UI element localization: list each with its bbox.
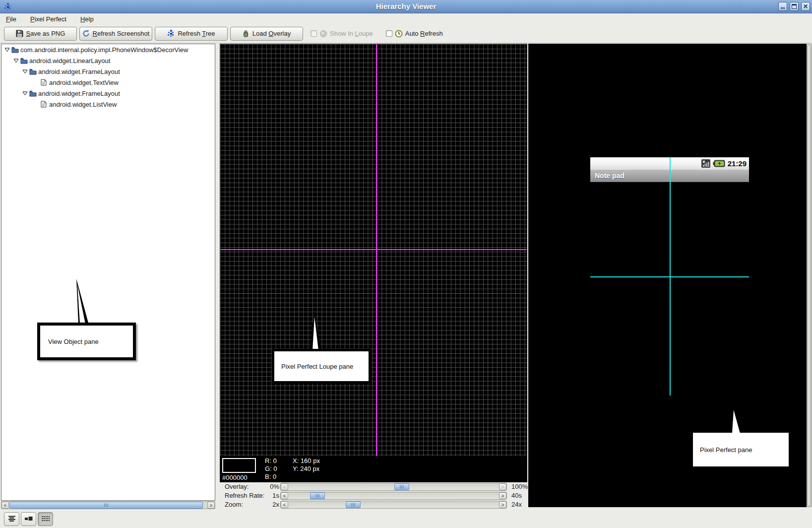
document-icon [39, 79, 48, 86]
scrollbar-thumb[interactable] [808, 45, 811, 506]
chevron-right-icon[interactable]: > [499, 483, 506, 490]
zoom-max: 24x [511, 501, 522, 509]
overlay-slider-row: Overlay: 0% < > 100% [220, 483, 530, 491]
color-swatch [222, 458, 256, 473]
refresh-rate-slider[interactable]: < > [280, 492, 507, 500]
expander-icon[interactable] [21, 91, 28, 96]
scrollbar-thumb[interactable] [9, 502, 203, 509]
chevron-left-icon[interactable]: < [281, 483, 288, 490]
blue-value: B: 0 [265, 473, 277, 481]
hierarchy-icon [167, 30, 175, 37]
maximize-button[interactable] [790, 2, 799, 11]
zoom-label: Zoom: [225, 501, 243, 509]
grid-mode-button[interactable] [38, 512, 53, 526]
two-blocks-icon [24, 516, 33, 523]
chevron-right-icon[interactable]: > [499, 492, 506, 499]
overlay-value: 0% [263, 483, 279, 491]
menu-file[interactable]: File [5, 14, 17, 24]
minimize-icon [781, 7, 785, 9]
expander-icon[interactable] [21, 69, 28, 74]
tree-item-label: android.widget.FrameLayout [37, 90, 120, 97]
chevron-right-icon[interactable]: > [499, 501, 506, 508]
save-as-png-button[interactable]: Save as PNG [4, 27, 77, 41]
loupe-callout: Pixel Perfect Loupe pane [272, 349, 371, 384]
menu-bar: File Pixel Perfect Help [0, 13, 812, 24]
tree-item-decorview[interactable]: com.android.internal.policy.impl.PhoneWi… [1, 44, 215, 55]
battery-icon [713, 160, 725, 167]
tree-item-framelayout-1[interactable]: android.widget.FrameLayout [1, 66, 215, 77]
document-icon [39, 101, 48, 108]
menu-pixel-perfect[interactable]: Pixel Perfect [29, 14, 67, 24]
tree-item-label: android.widget.LinearLayout [28, 57, 110, 65]
callout-text: Pixel Perfect Loupe pane [281, 363, 353, 370]
loupe-crosshair-horizontal [220, 249, 527, 250]
chevron-left-icon[interactable]: < [1, 502, 9, 509]
list-lines-icon [8, 516, 16, 523]
minimize-button[interactable] [778, 2, 787, 11]
refresh-rate-value: 1s [263, 492, 279, 500]
menu-help[interactable]: Help [79, 14, 95, 24]
zoom-slider[interactable]: < > [280, 501, 507, 509]
view-object-pane[interactable]: com.android.internal.policy.impl.PhoneWi… [1, 44, 215, 501]
overlay-icon [243, 30, 250, 37]
refresh-icon [82, 30, 90, 37]
tree-item-listview[interactable]: android.widget.ListView [1, 99, 215, 110]
dashed-grid-icon [41, 516, 50, 523]
zoom-slider-thumb[interactable] [346, 501, 361, 508]
overlay-label: Overlay: [225, 483, 249, 491]
expander-icon[interactable] [12, 58, 19, 63]
device-screenshot[interactable]: 21:29 Note pad [590, 157, 749, 396]
device-vertical-scrollbar[interactable] [807, 44, 812, 507]
refresh-rate-slider-row: Refresh Rate: 1s < > 40s [220, 492, 530, 500]
pixel-perfect-mode-button[interactable] [21, 512, 36, 526]
red-value: R: 0 [265, 457, 277, 465]
refresh-rate-max: 40s [511, 492, 522, 500]
loupe-grid[interactable] [220, 44, 527, 456]
tree-item-framelayout-2[interactable]: android.widget.FrameLayout [1, 88, 215, 99]
folder-icon [10, 47, 19, 53]
overlay-slider-thumb[interactable] [394, 483, 409, 490]
folder-icon [28, 90, 37, 97]
load-overlay-button[interactable]: Load Overlay [230, 27, 303, 41]
tree-item-label: com.android.internal.policy.impl.PhoneWi… [19, 46, 188, 54]
auto-refresh-toggle[interactable]: Auto Refresh [386, 30, 443, 38]
floppy-icon [16, 30, 23, 37]
hex-value: #000000 [222, 474, 248, 481]
tree-item-label: android.widget.TextView [48, 79, 119, 86]
loupe-icon [319, 30, 327, 38]
toolbar: Save as PNG Refresh Screenshot Refresh T… [0, 24, 812, 43]
hierarchy-viewer-window: Hierarchy Viewer ✕ File Pixel Perfect He… [0, 0, 812, 528]
expander-icon[interactable] [3, 47, 10, 52]
pixel-perfect-loupe-pane[interactable]: #000000 R: 0 G: 0 B: 0 X: 160 px Y: 240 … [220, 44, 527, 482]
overlay-max: 100% [511, 483, 528, 491]
app-title: Note pad [595, 172, 625, 180]
close-button[interactable]: ✕ [801, 2, 810, 11]
chevron-left-icon[interactable]: < [281, 501, 288, 508]
tree-item-linearlayout[interactable]: android.widget.LinearLayout [1, 55, 215, 66]
tree-horizontal-scrollbar[interactable]: < > [1, 501, 215, 509]
folder-icon [19, 58, 28, 64]
zoom-value: 2x [263, 501, 279, 509]
chevron-right-icon[interactable]: > [207, 502, 215, 509]
refresh-rate-slider-thumb[interactable] [310, 492, 325, 499]
refresh-screenshot-button[interactable]: Refresh Screenshot [79, 27, 152, 41]
green-value: G: 0 [265, 465, 277, 473]
auto-refresh-checkbox[interactable] [386, 30, 392, 37]
refresh-tree-button[interactable]: Refresh Tree [155, 27, 228, 41]
show-in-loupe-checkbox[interactable] [311, 30, 317, 37]
loupe-info-bar: #000000 R: 0 G: 0 B: 0 X: 160 px Y: 240 … [220, 456, 527, 482]
folder-icon [28, 68, 37, 75]
x-coordinate: X: 160 px [293, 457, 320, 465]
zoom-slider-row: Zoom: 2x < > 24x [220, 501, 530, 509]
overlay-slider[interactable]: < > [280, 483, 507, 491]
chevron-left-icon[interactable]: < [281, 492, 288, 499]
tree-view-mode-button[interactable] [4, 512, 19, 526]
loupe-crosshair-vertical [376, 44, 377, 456]
show-in-loupe-toggle[interactable]: Show In Loupe [311, 30, 373, 38]
maximize-icon [792, 4, 797, 9]
tree-item-textview[interactable]: android.widget.TextView [1, 77, 215, 88]
clock-icon [395, 30, 403, 38]
status-time: 21:29 [728, 159, 747, 168]
device-crosshair-horizontal [590, 276, 749, 277]
pixel-perfect-callout: Pixel Perfect pane [693, 433, 789, 466]
